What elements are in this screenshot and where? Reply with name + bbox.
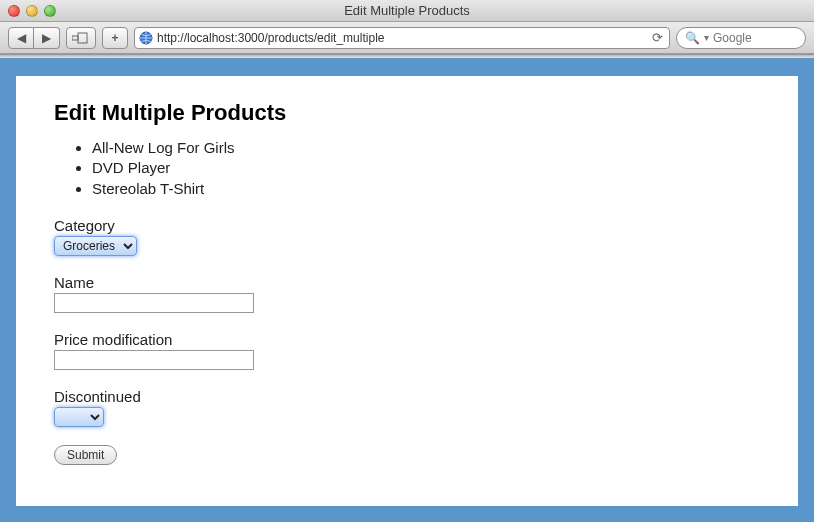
add-bookmark-button[interactable]: + bbox=[102, 27, 128, 49]
search-engine-chevron-icon[interactable]: ▾ bbox=[704, 32, 709, 43]
back-icon: ◀ bbox=[17, 31, 26, 45]
url-input[interactable] bbox=[157, 31, 646, 45]
name-input[interactable] bbox=[54, 293, 254, 313]
window-title: Edit Multiple Products bbox=[0, 3, 814, 18]
category-field: Category Groceries bbox=[54, 217, 760, 256]
list-item: Stereolab T-Shirt bbox=[92, 179, 760, 199]
minimize-window-button[interactable] bbox=[26, 5, 38, 17]
page-title: Edit Multiple Products bbox=[54, 100, 760, 126]
show-all-tabs-icon bbox=[72, 32, 90, 44]
favicon-globe-icon bbox=[139, 31, 153, 45]
search-icon: 🔍 bbox=[685, 31, 700, 45]
window-titlebar: Edit Multiple Products bbox=[0, 0, 814, 22]
search-input[interactable] bbox=[713, 31, 814, 45]
forward-button[interactable]: ▶ bbox=[34, 27, 60, 49]
plus-icon: + bbox=[111, 31, 118, 45]
back-button[interactable]: ◀ bbox=[8, 27, 34, 49]
nav-button-group: ◀ ▶ bbox=[8, 27, 60, 49]
svg-rect-0 bbox=[72, 36, 78, 40]
discontinued-select[interactable] bbox=[54, 407, 104, 427]
price-mod-label: Price modification bbox=[54, 331, 760, 348]
price-mod-input[interactable] bbox=[54, 350, 254, 370]
search-bar[interactable]: 🔍 ▾ bbox=[676, 27, 806, 49]
forward-icon: ▶ bbox=[42, 31, 51, 45]
price-mod-field: Price modification bbox=[54, 331, 760, 370]
product-list: All-New Log For Girls DVD Player Stereol… bbox=[92, 138, 760, 199]
close-window-button[interactable] bbox=[8, 5, 20, 17]
show-all-tabs-button[interactable] bbox=[66, 27, 96, 49]
name-field: Name bbox=[54, 274, 760, 313]
discontinued-label: Discontinued bbox=[54, 388, 760, 405]
submit-button[interactable]: Submit bbox=[54, 445, 117, 465]
reload-button[interactable]: ⟳ bbox=[650, 30, 665, 45]
name-label: Name bbox=[54, 274, 760, 291]
category-label: Category bbox=[54, 217, 760, 234]
list-item: All-New Log For Girls bbox=[92, 138, 760, 158]
traffic-lights bbox=[8, 5, 56, 17]
page-viewport: Edit Multiple Products All-New Log For G… bbox=[0, 58, 814, 522]
category-select[interactable]: Groceries bbox=[54, 236, 137, 256]
list-item: DVD Player bbox=[92, 158, 760, 178]
browser-toolbar: ◀ ▶ + ⟳ 🔍 ▾ bbox=[0, 22, 814, 54]
svg-rect-1 bbox=[78, 33, 87, 43]
address-bar[interactable]: ⟳ bbox=[134, 27, 670, 49]
zoom-window-button[interactable] bbox=[44, 5, 56, 17]
discontinued-field: Discontinued bbox=[54, 388, 760, 427]
page-content: Edit Multiple Products All-New Log For G… bbox=[16, 76, 798, 506]
